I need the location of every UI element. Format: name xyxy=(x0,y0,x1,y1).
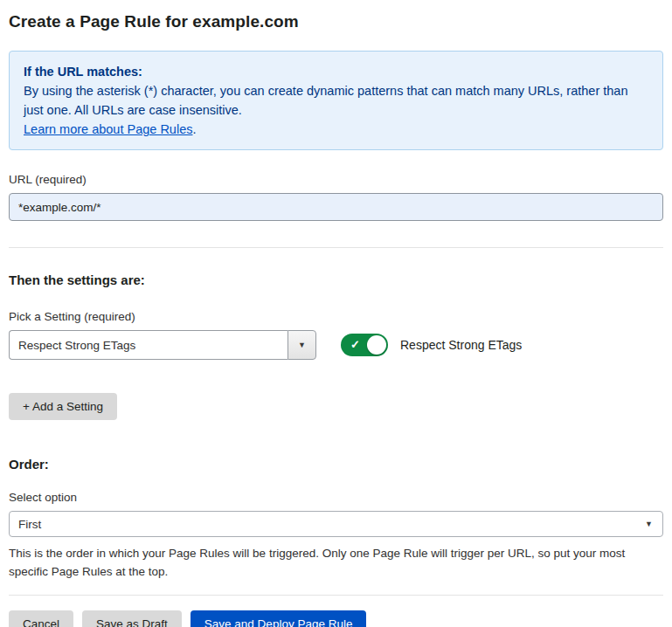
setting-dropdown-value[interactable]: Respect Strong ETags xyxy=(9,330,288,360)
page-rule-form: Create a Page Rule for example.com If th… xyxy=(0,0,672,627)
settings-heading: Then the settings are: xyxy=(9,272,663,287)
url-field-label: URL (required) xyxy=(9,173,663,186)
add-setting-button[interactable]: + Add a Setting xyxy=(9,393,117,420)
footer-actions: Cancel Save as Draft Save and Deploy Pag… xyxy=(9,595,663,627)
info-box-body: By using the asterisk (*) character, you… xyxy=(24,81,648,120)
order-heading: Order: xyxy=(9,457,663,472)
toggle-knob[interactable] xyxy=(367,335,386,355)
learn-more-link[interactable]: Learn more about Page Rules xyxy=(24,122,192,136)
setting-row: Respect Strong ETags ▼ ✓ Respect Strong … xyxy=(9,330,663,360)
setting-dropdown[interactable]: Respect Strong ETags ▼ xyxy=(9,330,316,360)
order-select[interactable]: First ▼ xyxy=(9,511,663,537)
chevron-down-icon: ▼ xyxy=(298,341,306,349)
setting-toggle[interactable]: ✓ xyxy=(341,334,388,356)
pick-setting-label: Pick a Setting (required) xyxy=(9,310,663,323)
info-box-heading: If the URL matches: xyxy=(24,62,648,81)
order-select-label: Select option xyxy=(9,491,663,504)
save-as-draft-button[interactable]: Save as Draft xyxy=(82,610,182,627)
page-title: Create a Page Rule for example.com xyxy=(9,12,663,31)
order-help-text: This is the order in which your Page Rul… xyxy=(9,544,657,581)
setting-toggle-label: Respect Strong ETags xyxy=(400,338,522,352)
url-input[interactable] xyxy=(9,193,663,221)
save-and-deploy-button[interactable]: Save and Deploy Page Rule xyxy=(191,610,367,627)
link-period: . xyxy=(192,122,196,136)
cancel-button[interactable]: Cancel xyxy=(9,610,73,627)
setting-dropdown-caret-button[interactable]: ▼ xyxy=(288,330,316,360)
check-icon: ✓ xyxy=(350,338,360,352)
chevron-down-icon: ▼ xyxy=(645,520,653,528)
section-divider xyxy=(9,247,663,248)
info-box-link-line: Learn more about Page Rules. xyxy=(24,120,648,139)
order-select-value: First xyxy=(18,518,41,531)
url-match-info-box: If the URL matches: By using the asteris… xyxy=(9,51,663,150)
